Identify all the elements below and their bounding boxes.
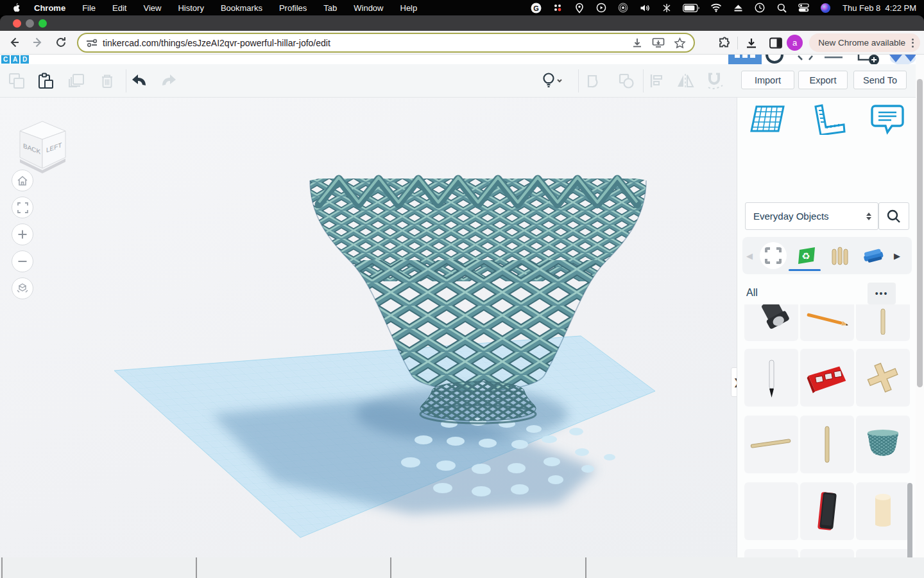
window-titlebar[interactable] bbox=[0, 15, 924, 31]
address-bar[interactable]: tinkercad.com/things/esJzeAI2qvr-powerfu… bbox=[77, 33, 695, 53]
shape-pencil-diagonal[interactable] bbox=[800, 304, 854, 341]
show-hidden-button[interactable] bbox=[539, 69, 563, 93]
snap-magnet-button[interactable] bbox=[703, 69, 728, 93]
chrome-update-button[interactable]: New Chrome available bbox=[809, 33, 920, 52]
page-scrollbar[interactable] bbox=[916, 55, 924, 557]
category-tab-stapler[interactable] bbox=[857, 239, 890, 272]
viewport-3d[interactable]: BACK LEFT bbox=[0, 98, 737, 557]
eject-icon[interactable] bbox=[732, 2, 744, 13]
align-button[interactable] bbox=[644, 69, 669, 93]
header-view-toggle[interactable] bbox=[728, 55, 762, 64]
shape-blank[interactable] bbox=[744, 482, 798, 540]
zoom-out-button[interactable] bbox=[12, 250, 33, 272]
reload-button[interactable] bbox=[52, 33, 70, 51]
downloads-tray-icon[interactable] bbox=[744, 37, 758, 49]
shape-basket-blue[interactable] bbox=[800, 549, 854, 557]
scene-3d[interactable] bbox=[0, 98, 737, 557]
category-tab-pins[interactable] bbox=[823, 239, 857, 272]
paste-button[interactable] bbox=[33, 69, 58, 93]
import-button[interactable]: Import bbox=[741, 71, 794, 89]
shape-cylinder[interactable] bbox=[856, 482, 910, 540]
podcasts-icon[interactable] bbox=[617, 2, 629, 13]
duplicate-button[interactable] bbox=[64, 69, 89, 93]
back-button[interactable] bbox=[5, 33, 23, 51]
export-button[interactable]: Export bbox=[798, 71, 848, 89]
menu-item-view[interactable]: View bbox=[143, 3, 161, 13]
apple-menu-icon[interactable] bbox=[12, 3, 21, 13]
shape-stick-top[interactable] bbox=[856, 304, 910, 341]
menu-item-tab[interactable]: Tab bbox=[323, 3, 337, 13]
delete-button[interactable] bbox=[95, 69, 119, 93]
minimize-window-button[interactable] bbox=[26, 19, 34, 28]
zoom-window-button[interactable] bbox=[38, 19, 47, 28]
copy-button[interactable] bbox=[4, 69, 29, 93]
tinkercad-logo[interactable]: CAD bbox=[1, 55, 29, 64]
category-tab-recycle[interactable]: ♻ bbox=[790, 239, 823, 272]
category-scroll-right-icon[interactable]: ▶ bbox=[890, 251, 904, 261]
category-scroll-left-icon[interactable]: ◀ bbox=[742, 251, 757, 261]
search-shapes-button[interactable] bbox=[878, 202, 909, 230]
shape-phone[interactable] bbox=[800, 482, 854, 540]
header-edit-partial[interactable] bbox=[796, 55, 821, 64]
group-button[interactable] bbox=[582, 69, 606, 93]
location-icon[interactable] bbox=[574, 2, 585, 13]
close-window-button[interactable] bbox=[13, 19, 21, 28]
shape-cross[interactable] bbox=[856, 349, 910, 407]
shape-stick-vertical[interactable] bbox=[800, 416, 854, 473]
shape-pencil-vertical[interactable] bbox=[744, 549, 798, 557]
extensions-icon[interactable] bbox=[717, 36, 731, 50]
shape-ruler[interactable] bbox=[856, 549, 910, 557]
header-avatar-partial[interactable] bbox=[766, 55, 783, 64]
fit-view-button[interactable] bbox=[12, 197, 33, 218]
volume-icon[interactable] bbox=[639, 2, 651, 13]
spotlight-icon[interactable] bbox=[776, 2, 787, 13]
workplane-tool-icon[interactable] bbox=[749, 104, 786, 135]
grammarly-icon[interactable]: G bbox=[530, 2, 542, 13]
siri-icon[interactable] bbox=[819, 2, 831, 13]
menu-item-file[interactable]: File bbox=[82, 3, 96, 13]
page-scrollbar-thumb[interactable] bbox=[917, 79, 923, 387]
shape-basket-teal[interactable] bbox=[856, 416, 910, 473]
profile-avatar[interactable]: a bbox=[787, 35, 803, 51]
site-settings-icon[interactable] bbox=[86, 38, 98, 48]
app-dots-icon[interactable] bbox=[552, 2, 563, 13]
side-panel-icon[interactable] bbox=[769, 37, 783, 49]
panel-collapse-handle[interactable]: ❯ bbox=[731, 367, 737, 397]
category-tab-featured[interactable] bbox=[757, 239, 790, 272]
menu-item-help[interactable]: Help bbox=[400, 3, 418, 13]
ungroup-button[interactable] bbox=[614, 69, 638, 93]
menu-item-chrome[interactable]: Chrome bbox=[34, 3, 65, 13]
undo-button[interactable] bbox=[127, 69, 151, 93]
redo-button[interactable] bbox=[157, 69, 181, 93]
menu-clock[interactable]: Thu Feb 8 4:22 PM bbox=[843, 3, 916, 13]
shape-camera[interactable] bbox=[744, 304, 798, 341]
control-center-icon[interactable] bbox=[798, 2, 809, 13]
wifi-icon[interactable] bbox=[710, 2, 722, 13]
home-view-button[interactable] bbox=[12, 170, 33, 191]
menu-item-window[interactable]: Window bbox=[354, 3, 383, 13]
install-app-icon[interactable] bbox=[652, 37, 665, 48]
bluetooth-off-icon[interactable] bbox=[661, 2, 672, 13]
zoom-in-button[interactable] bbox=[12, 223, 33, 245]
battery-icon[interactable] bbox=[683, 2, 700, 13]
menu-item-edit[interactable]: Edit bbox=[112, 3, 126, 13]
menu-item-history[interactable]: History bbox=[178, 3, 203, 13]
play-circle-icon[interactable] bbox=[595, 2, 607, 13]
send-to-button[interactable]: Send To bbox=[853, 71, 907, 89]
url-text[interactable]: tinkercad.com/things/esJzeAI2qvr-powerfu… bbox=[103, 38, 631, 48]
perspective-toggle-button[interactable] bbox=[12, 277, 33, 299]
view-cube[interactable]: BACK LEFT bbox=[12, 116, 73, 175]
notes-tool-icon[interactable] bbox=[870, 104, 905, 135]
mirror-button[interactable] bbox=[673, 69, 697, 93]
download-page-icon[interactable] bbox=[631, 37, 643, 49]
section-options-button[interactable]: ••• bbox=[868, 283, 896, 304]
bookmark-star-icon[interactable] bbox=[674, 37, 686, 49]
category-select[interactable]: Everyday Objects bbox=[745, 202, 878, 230]
header-add-partial[interactable] bbox=[857, 55, 884, 65]
forward-button[interactable] bbox=[29, 33, 47, 51]
shape-pen[interactable] bbox=[744, 349, 798, 407]
ruler-tool-icon[interactable] bbox=[809, 104, 846, 135]
menu-item-bookmarks[interactable]: Bookmarks bbox=[221, 3, 262, 13]
shape-lego-brick[interactable] bbox=[800, 349, 854, 407]
browser-menu-icon[interactable] bbox=[912, 39, 914, 48]
